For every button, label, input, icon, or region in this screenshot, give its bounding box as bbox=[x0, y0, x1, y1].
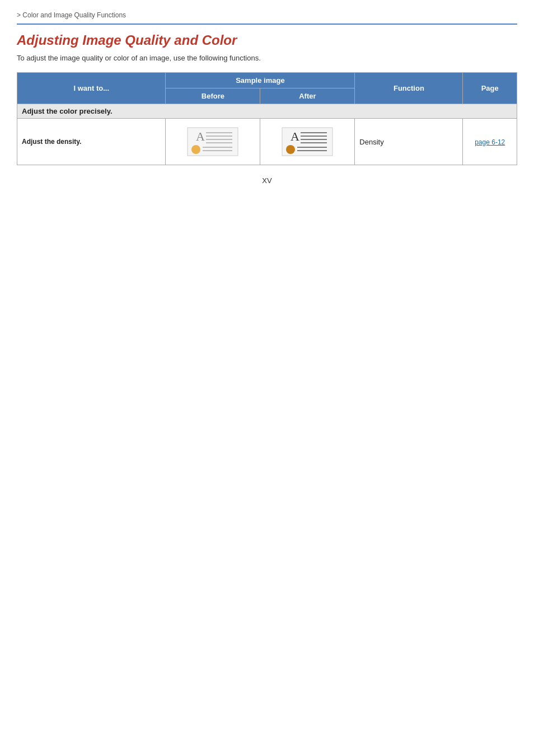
iwant-cell: Adjust the density. bbox=[17, 119, 166, 165]
after-image-cell: A bbox=[260, 119, 355, 165]
svg-text:A: A bbox=[196, 129, 205, 143]
section-header-row: Adjust the color precisely. bbox=[17, 104, 517, 119]
footer-page: XV bbox=[17, 176, 517, 185]
header-iwant: I want to... bbox=[17, 73, 166, 104]
header-before: Before bbox=[166, 88, 260, 104]
header-after: After bbox=[260, 88, 355, 104]
header-sample-image: Sample image bbox=[166, 73, 355, 88]
breadcrumb: > Color and Image Quality Functions bbox=[17, 11, 517, 25]
function-cell: Density bbox=[355, 119, 463, 165]
page-title: Adjusting Image Quality and Color bbox=[17, 32, 517, 48]
table-row: Adjust the density. A A Densitypage 6-12 bbox=[17, 119, 517, 165]
header-function: Function bbox=[355, 73, 463, 104]
page-subtitle: To adjust the image quality or color of … bbox=[17, 54, 517, 62]
svg-text:A: A bbox=[291, 129, 299, 143]
main-table: I want to... Sample image Function Page … bbox=[17, 72, 517, 165]
page-link[interactable]: page 6-12 bbox=[475, 138, 505, 146]
header-page: Page bbox=[463, 73, 517, 104]
before-image-cell: A bbox=[166, 119, 260, 165]
table-header-row: I want to... Sample image Function Page bbox=[17, 73, 517, 88]
svg-point-6 bbox=[191, 145, 200, 154]
page-cell[interactable]: page 6-12 bbox=[463, 119, 517, 165]
svg-point-15 bbox=[286, 145, 295, 154]
